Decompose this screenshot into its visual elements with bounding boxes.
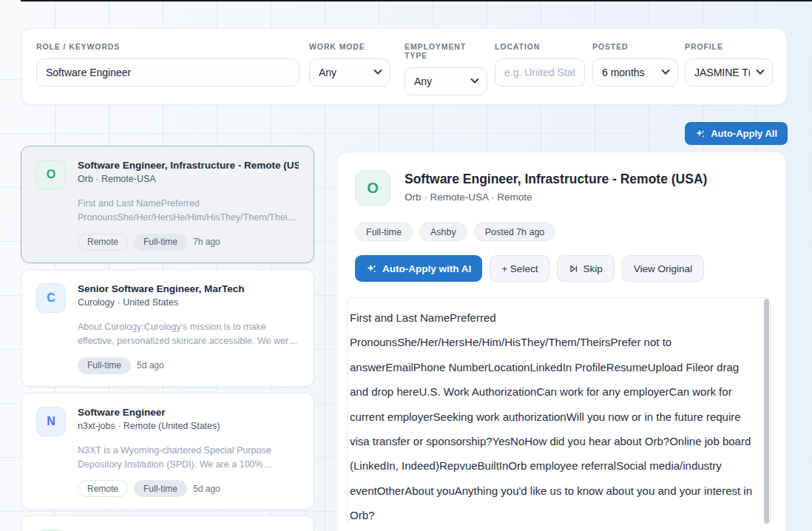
- detail-job-title: Software Engineer, Infrastructure - Remo…: [405, 172, 707, 187]
- filter-profile: PROFILE JASMINE T(: [685, 42, 773, 87]
- company-avatar: O: [36, 160, 66, 189]
- job-title: Software Engineer, Infrastructure - Remo…: [78, 160, 299, 171]
- job-posted-time: 7h ago: [193, 237, 220, 247]
- sparkles-icon: [366, 263, 377, 274]
- view-original-button[interactable]: View Original: [622, 255, 704, 282]
- job-list: O Software Engineer, Infrastructure - Re…: [21, 146, 314, 531]
- chevron-down-icon: [661, 67, 669, 75]
- filter-bar: ROLE / KEYWORDS WORK MODE Any EMPLOYMENT…: [21, 28, 787, 105]
- employment-type-select[interactable]: Any: [405, 67, 487, 95]
- badge-fulltime: Full-time: [355, 223, 413, 241]
- tag-fulltime: Full-time: [78, 357, 131, 374]
- company-avatar: C: [36, 283, 66, 313]
- tag-remote: Remote: [78, 480, 128, 497]
- job-company: Curology · United States: [78, 297, 245, 308]
- role-keywords-input[interactable]: [36, 58, 300, 87]
- select-button[interactable]: + Select: [490, 255, 549, 282]
- tag-fulltime: Full-time: [134, 480, 187, 497]
- location-label: LOCATION: [495, 42, 585, 51]
- chevron-down-icon: [756, 67, 764, 75]
- job-snippet: N3XT is a Wyoming-chartered Special Purp…: [78, 444, 299, 473]
- job-description-scroll-area[interactable]: First and Last NamePreferred PronounsShe…: [347, 297, 771, 524]
- job-card-curology[interactable]: C Senior Software Engineer, MarTech Curo…: [21, 269, 314, 387]
- auto-apply-all-button[interactable]: Auto-Apply All: [685, 122, 788, 145]
- employment-type-label: EMPLOYMENT TYPE: [405, 42, 487, 60]
- job-snippet: About Curology:Curology's mission is to …: [78, 320, 299, 349]
- job-posted-time: 5d ago: [193, 484, 220, 494]
- filter-work-mode: WORK MODE Any: [309, 42, 390, 87]
- job-posted-time: 5d ago: [137, 360, 164, 371]
- filter-role: ROLE / KEYWORDS: [36, 42, 300, 87]
- sparkles-icon: [695, 129, 706, 139]
- location-input[interactable]: [495, 58, 585, 87]
- badge-posted: Posted 7h ago: [474, 223, 556, 241]
- work-mode-select[interactable]: Any: [309, 58, 390, 87]
- job-company: Orb · Remote-USA: [78, 174, 299, 184]
- job-title: Senior Software Engineer, MarTech: [78, 283, 245, 294]
- posted-label: POSTED: [592, 42, 678, 51]
- skip-button[interactable]: Skip: [557, 255, 614, 282]
- profile-label: PROFILE: [685, 42, 773, 51]
- tag-fulltime: Full-time: [134, 234, 187, 251]
- role-label: ROLE / KEYWORDS: [36, 42, 300, 51]
- badge-source: Ashby: [419, 223, 467, 241]
- company-avatar: N: [36, 407, 66, 436]
- description-paragraph: First and Last NamePreferred PronounsShe…: [350, 305, 754, 524]
- filter-location: LOCATION: [495, 42, 585, 87]
- work-mode-label: WORK MODE: [309, 42, 390, 51]
- chevron-down-icon: [373, 67, 382, 75]
- detail-job-subtitle: Orb · Remote-USA · Remote: [405, 192, 707, 203]
- auto-apply-with-ai-button[interactable]: Auto-Apply with AI: [355, 255, 482, 282]
- window-top-edge: [21, 0, 812, 1]
- job-card-thriveglobal[interactable]: T Senior Software Engineer, Product (Bac…: [21, 515, 314, 531]
- chevron-down-icon: [470, 75, 478, 84]
- posted-select[interactable]: 6 months: [592, 58, 678, 87]
- profile-select[interactable]: JASMINE T(: [685, 58, 773, 87]
- tag-remote: Remote: [78, 234, 128, 251]
- description-scrollbar[interactable]: [764, 299, 769, 524]
- detail-badges: Full-time Ashby Posted 7h ago: [355, 223, 768, 241]
- job-card-n3xt[interactable]: N Software Engineer n3xt-jobs · Remote (…: [21, 393, 314, 510]
- filter-employment-type: EMPLOYMENT TYPE Any: [405, 42, 487, 95]
- job-card-orb[interactable]: O Software Engineer, Infrastructure - Re…: [21, 146, 314, 263]
- skip-icon: [569, 264, 578, 274]
- detail-actions: Auto-Apply with AI + Select Skip View Or…: [355, 255, 768, 282]
- job-company: n3xt-jobs · Remote (United States): [78, 421, 220, 431]
- job-snippet: First and Last NamePreferred PronounsShe…: [78, 197, 299, 226]
- filter-posted: POSTED 6 months: [592, 42, 678, 87]
- job-detail-panel: O Software Engineer, Infrastructure - Re…: [336, 152, 786, 531]
- company-avatar: O: [355, 170, 390, 206]
- job-title: Software Engineer: [78, 407, 220, 418]
